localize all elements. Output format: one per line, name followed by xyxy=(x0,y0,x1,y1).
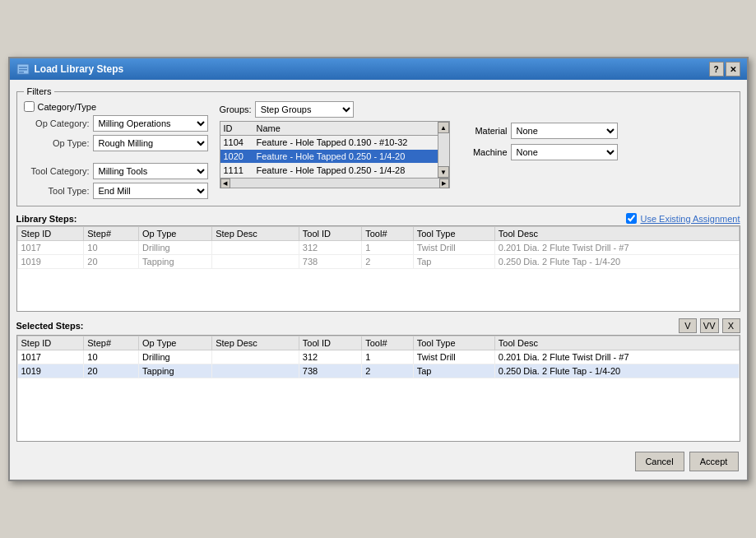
library-steps-thead: Step ID Step# Op Type Step Desc Tool ID … xyxy=(17,227,739,241)
filters-group: Filters Category/Type Op Category: Milli… xyxy=(16,86,740,206)
move-all-down-button[interactable]: VV xyxy=(700,318,719,333)
title-buttons: ? ✕ xyxy=(709,62,740,77)
groups-table-body: 1104 Feature - Hole Tapped 0.190 - #10-3… xyxy=(220,136,438,178)
groups-list-inner: ID Name 1104 Feature - Hole Tapped 0.190… xyxy=(220,122,438,178)
group-row-1111[interactable]: 1111 Feature - Hole Tapped 0.250 - 1/4-2… xyxy=(220,164,438,178)
dialog-body: Filters Category/Type Op Category: Milli… xyxy=(10,80,747,480)
tool-type-label: Tool Type: xyxy=(24,186,90,196)
scroll-left-arrow[interactable]: ◀ xyxy=(220,179,230,188)
sel-col-step-desc: Step Desc xyxy=(212,336,299,350)
selected-steps-table-container: Step ID Step# Op Type Step Desc Tool ID … xyxy=(16,335,740,442)
sel-step-desc-1 xyxy=(212,350,299,364)
col-step-num: Step# xyxy=(84,227,139,241)
scroll-right-arrow[interactable]: ▶ xyxy=(439,179,449,188)
lib-tool-id-1: 312 xyxy=(299,241,361,255)
sel-tool-num-1: 1 xyxy=(362,350,413,364)
filters-right: Material None Machine None xyxy=(465,101,618,160)
lib-tool-desc-1: 0.201 Dia. 2 Flute Twist Drill - #7 xyxy=(494,241,739,255)
col-id: ID xyxy=(220,122,253,136)
sel-op-type-2: Tapping xyxy=(139,364,212,378)
library-steps-table-container: Step ID Step# Op Type Step Desc Tool ID … xyxy=(16,225,740,312)
tool-category-select[interactable]: Milling Tools xyxy=(93,163,208,179)
sel-step-num-2: 20 xyxy=(84,364,139,378)
selected-steps-table: Step ID Step# Op Type Step Desc Tool ID … xyxy=(17,336,740,378)
sel-col-tool-num: Tool# xyxy=(362,336,413,350)
lib-op-type-1: Drilling xyxy=(139,241,212,255)
lib-step-desc-1 xyxy=(212,241,299,255)
sel-col-tool-id: Tool ID xyxy=(299,336,361,350)
machine-row: Machine None xyxy=(465,144,618,160)
accept-button[interactable]: Accept xyxy=(689,452,739,471)
svg-rect-3 xyxy=(19,72,24,73)
op-category-row: Op Category: Milling Operations xyxy=(24,115,213,132)
svg-rect-2 xyxy=(19,69,27,71)
lib-step-row-2[interactable]: 1019 20 Tapping 738 2 Tap 0.250 Dia. 2 F… xyxy=(17,255,739,269)
lib-step-num-1: 10 xyxy=(84,241,139,255)
machine-select[interactable]: None xyxy=(511,144,618,160)
sel-step-id-2: 1019 xyxy=(17,364,84,378)
tool-category-label: Tool Category: xyxy=(24,166,90,176)
sel-step-row-1[interactable]: 1017 10 Drilling 312 1 Twist Drill 0.201… xyxy=(17,350,739,364)
op-category-label: Op Category: xyxy=(24,118,90,128)
scroll-up-arrow[interactable]: ▲ xyxy=(438,122,449,133)
groups-table: ID Name 1104 Feature - Hole Tapped 0.190… xyxy=(220,122,438,178)
sel-tool-num-2: 2 xyxy=(362,364,413,378)
groups-row: Groups: Step Groups xyxy=(220,101,450,118)
col-step-id: Step ID xyxy=(17,227,84,241)
col-tool-id: Tool ID xyxy=(299,227,361,241)
lib-op-type-2: Tapping xyxy=(139,255,212,269)
selected-steps-header-row: Step ID Step# Op Type Step Desc Tool ID … xyxy=(17,336,739,350)
groups-list-container: ID Name 1104 Feature - Hole Tapped 0.190… xyxy=(220,121,450,179)
horizontal-scrollbar: ◀ ▶ xyxy=(220,179,450,188)
groups-select[interactable]: Step Groups xyxy=(255,101,354,118)
op-type-row: Op Type: Rough Milling xyxy=(24,135,213,151)
filters-inner: Category/Type Op Category: Milling Opera… xyxy=(24,101,733,199)
cancel-button[interactable]: Cancel xyxy=(635,452,684,471)
use-existing-checkbox[interactable] xyxy=(626,213,637,224)
footer-buttons: Cancel Accept xyxy=(16,448,740,473)
tool-category-row: Tool Category: Milling Tools xyxy=(24,163,213,179)
op-category-select[interactable]: Milling Operations xyxy=(93,115,208,132)
lib-tool-id-2: 738 xyxy=(299,255,361,269)
use-existing-row: Use Existing Assignment xyxy=(626,213,740,224)
sel-step-row-2[interactable]: 1019 20 Tapping 738 2 Tap 0.250 Dia. 2 F… xyxy=(17,364,739,378)
col-tool-type: Tool Type xyxy=(413,227,494,241)
lib-step-num-2: 20 xyxy=(84,255,139,269)
selected-steps-title: Selected Steps: xyxy=(16,321,84,331)
category-type-row: Category/Type xyxy=(24,101,213,112)
sel-tool-id-2: 738 xyxy=(299,364,361,378)
remove-button[interactable]: X xyxy=(722,318,740,333)
selected-steps-area: Selected Steps: V VV X Step ID Step# Op … xyxy=(16,318,740,442)
group-row-1020[interactable]: 1020 Feature - Hole Tapped 0.250 - 1/4-2… xyxy=(220,150,438,164)
group-row-1104[interactable]: 1104 Feature - Hole Tapped 0.190 - #10-3… xyxy=(220,136,438,150)
category-type-checkbox[interactable] xyxy=(24,101,35,112)
filters-left: Category/Type Op Category: Milling Opera… xyxy=(24,101,213,199)
col-tool-num: Tool# xyxy=(362,227,413,241)
selected-steps-thead: Step ID Step# Op Type Step Desc Tool ID … xyxy=(17,336,739,350)
tool-type-select[interactable]: End Mill xyxy=(93,183,208,199)
lib-tool-desc-2: 0.250 Dia. 2 Flute Tap - 1/4-20 xyxy=(494,255,739,269)
selected-steps-header: Selected Steps: V VV X xyxy=(16,318,740,333)
sel-tool-desc-2: 0.250 Dia. 2 Flute Tap - 1/4-20 xyxy=(494,364,739,378)
material-select[interactable]: None xyxy=(511,123,618,139)
sel-col-step-num: Step# xyxy=(84,336,139,350)
selected-steps-tbody: 1017 10 Drilling 312 1 Twist Drill 0.201… xyxy=(17,350,739,378)
help-button[interactable]: ? xyxy=(709,62,724,77)
sel-step-id-1: 1017 xyxy=(17,350,84,364)
dialog: Load Library Steps ? ✕ Filters Category/… xyxy=(8,57,749,481)
material-label: Material xyxy=(465,126,508,136)
library-steps-area: Library Steps: Use Existing Assignment S… xyxy=(16,213,740,312)
use-existing-label[interactable]: Use Existing Assignment xyxy=(640,214,740,224)
op-type-select[interactable]: Rough Milling xyxy=(93,135,208,151)
sel-tool-type-1: Twist Drill xyxy=(413,350,494,364)
lib-step-row-1[interactable]: 1017 10 Drilling 312 1 Twist Drill 0.201… xyxy=(17,241,739,255)
scroll-down-arrow[interactable]: ▼ xyxy=(438,166,449,178)
move-down-button[interactable]: V xyxy=(679,318,697,333)
library-steps-tbody: 1017 10 Drilling 312 1 Twist Drill 0.201… xyxy=(17,241,739,269)
lib-step-desc-2 xyxy=(212,255,299,269)
material-row: Material None xyxy=(465,123,618,139)
sel-col-op-type: Op Type xyxy=(139,336,212,350)
dialog-icon xyxy=(16,63,30,76)
vertical-scrollbar: ▲ ▼ xyxy=(438,122,449,178)
close-button[interactable]: ✕ xyxy=(726,62,740,77)
